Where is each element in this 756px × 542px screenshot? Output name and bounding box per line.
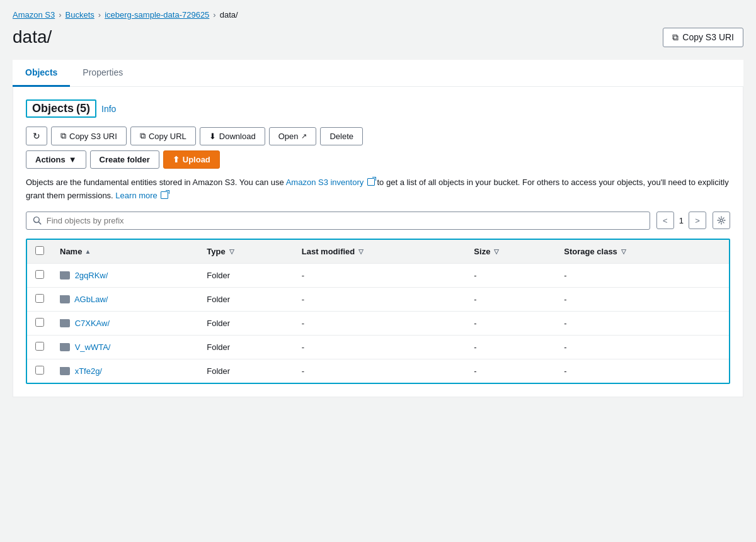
open-button[interactable]: Open ↗ (269, 127, 317, 145)
row-checkbox-cell (27, 311, 52, 335)
gear-icon (717, 216, 726, 225)
row-link-2[interactable]: C7XKAw/ (75, 319, 110, 328)
col-name-sort-icon[interactable]: ▲ (84, 248, 91, 255)
table-row: 2gqRKw/ Folder - - - (27, 263, 729, 287)
row-size-0: - (466, 263, 556, 287)
create-folder-button[interactable]: Create folder (90, 150, 159, 169)
row-checkbox-2[interactable] (35, 318, 44, 327)
col-size-label: Size (474, 247, 490, 256)
tab-properties[interactable]: Properties (70, 60, 135, 87)
breadcrumb: Amazon S3 › Buckets › iceberg-sample-dat… (13, 10, 743, 20)
actions-chevron-icon: ▼ (69, 155, 77, 164)
header-copy-s3-uri-button[interactable]: ⧉ Copy S3 URI (663, 28, 743, 47)
select-all-checkbox[interactable] (35, 246, 44, 255)
row-type-1: Folder (199, 287, 294, 311)
row-checkbox-0[interactable] (35, 270, 44, 279)
row-storage-class-2: - (556, 311, 729, 335)
page-title: data/ (13, 27, 52, 47)
copy-s3-uri-button[interactable]: ⧉ Copy S3 URI (51, 127, 127, 145)
row-last-modified-0: - (294, 263, 467, 287)
upload-label: Upload (183, 155, 210, 164)
objects-title-box: Objects (5) (26, 99, 96, 118)
row-link-0[interactable]: 2gqRKw/ (75, 271, 108, 280)
open-label: Open (278, 132, 299, 141)
download-button[interactable]: ⬇ Download (200, 127, 265, 145)
tab-objects[interactable]: Objects (13, 60, 70, 87)
row-size-3: - (466, 335, 556, 359)
breadcrumb-separator-2: › (98, 10, 101, 20)
row-last-modified-2: - (294, 311, 467, 335)
settings-button[interactable] (713, 212, 730, 229)
amazon-s3-inventory-link[interactable]: Amazon S3 inventory (286, 178, 377, 187)
folder-icon-2 (60, 319, 70, 327)
copy-s3-uri-label: Copy S3 URI (69, 132, 117, 141)
external-link-icon-1 (367, 178, 375, 186)
copy-url-label: Copy URL (149, 132, 186, 141)
learn-more-label: Learn more (115, 191, 157, 200)
info-text-part1: Objects are the fundamental entities sto… (26, 178, 284, 187)
copy-icon-header: ⧉ (672, 32, 679, 43)
header-type: Type ▽ (199, 240, 294, 264)
row-last-modified-3: - (294, 335, 467, 359)
col-name-label: Name (60, 247, 82, 256)
header-last-modified: Last modified ▽ (294, 240, 467, 264)
delete-button[interactable]: Delete (320, 127, 363, 145)
create-folder-label: Create folder (100, 155, 150, 164)
row-checkbox-3[interactable] (35, 342, 44, 351)
row-last-modified-4: - (294, 359, 467, 383)
header-checkbox-cell (27, 240, 52, 264)
learn-more-link[interactable]: Learn more (115, 191, 168, 200)
search-box-container (26, 212, 650, 230)
col-last-modified-sort-icon[interactable]: ▽ (358, 248, 364, 255)
table-row: AGbLaw/ Folder - - - (27, 287, 729, 311)
row-checkbox-1[interactable] (35, 294, 44, 303)
row-link-3[interactable]: V_wWTA/ (75, 342, 111, 352)
prev-page-button[interactable]: < (656, 212, 674, 229)
folder-icon-0 (60, 271, 70, 279)
breadcrumb-separator-3: › (213, 10, 215, 20)
row-checkbox-4[interactable] (35, 366, 44, 375)
upload-icon: ⬆ (173, 155, 180, 164)
search-input[interactable] (47, 216, 643, 225)
page-header: data/ ⧉ Copy S3 URI (13, 27, 743, 47)
col-storage-class-sort-icon[interactable]: ▽ (621, 248, 626, 255)
delete-label: Delete (329, 132, 353, 141)
actions-label: Actions (35, 155, 66, 164)
open-icon: ↗ (301, 132, 307, 140)
row-link-1[interactable]: AGbLaw/ (74, 295, 108, 304)
col-size-sort-icon[interactable]: ▽ (494, 248, 499, 255)
folder-icon-3 (60, 343, 70, 351)
external-link-icon-2 (161, 191, 168, 199)
row-type-3: Folder (199, 335, 294, 359)
row-storage-class-0: - (556, 263, 729, 287)
upload-button[interactable]: ⬆ Upload (163, 150, 220, 169)
row-link-4[interactable]: xTfe2g/ (75, 366, 102, 376)
breadcrumb-separator-1: › (59, 10, 61, 20)
search-row: < 1 > (26, 212, 730, 230)
table-header-row: Name ▲ Type ▽ Last modif (27, 240, 729, 264)
objects-table: Name ▲ Type ▽ Last modif (27, 240, 729, 383)
table-row: C7XKAw/ Folder - - - (27, 311, 729, 335)
breadcrumb-buckets[interactable]: Buckets (66, 10, 94, 20)
breadcrumb-amazon-s3[interactable]: Amazon S3 (13, 10, 55, 20)
info-link[interactable]: Info (101, 104, 116, 114)
refresh-button[interactable]: ↻ (26, 127, 47, 145)
row-name-2: C7XKAw/ (52, 311, 199, 335)
copy-url-button[interactable]: ⧉ Copy URL (130, 127, 196, 145)
col-type-sort-icon[interactable]: ▽ (229, 248, 234, 255)
actions-button[interactable]: Actions ▼ (26, 150, 86, 169)
table-body: 2gqRKw/ Folder - - - AGbLaw/ Folder - - … (27, 263, 729, 383)
col-type-label: Type (207, 247, 225, 256)
folder-icon-1 (60, 295, 70, 303)
row-size-2: - (466, 311, 556, 335)
table-row: V_wWTA/ Folder - - - (27, 335, 729, 359)
objects-header: Objects (5) Info (26, 99, 730, 118)
row-type-0: Folder (199, 263, 294, 287)
row-storage-class-1: - (556, 287, 729, 311)
breadcrumb-bucket-name[interactable]: iceberg-sample-data-729625 (105, 10, 209, 20)
download-label: Download (219, 132, 256, 141)
next-page-button[interactable]: > (689, 212, 706, 229)
row-last-modified-1: - (294, 287, 467, 311)
refresh-icon: ↻ (33, 131, 40, 141)
amazon-s3-inventory-label: Amazon S3 inventory (286, 178, 364, 187)
